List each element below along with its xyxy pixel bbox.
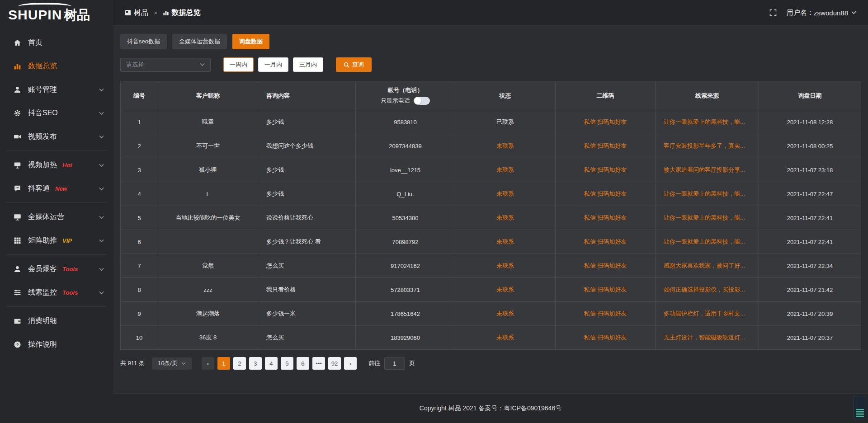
username-label: 用户名： <box>787 9 814 17</box>
page-button-6[interactable]: 6 <box>297 357 309 370</box>
sidebar-item-lead-monitor[interactable]: 线索监控 Tools <box>0 281 113 304</box>
range-quarter-button[interactable]: 三月内 <box>293 57 323 72</box>
sidebar-item-label: 全媒体运营 <box>28 212 64 222</box>
range-week-button[interactable]: 一周内 <box>223 57 254 72</box>
qrcode-link[interactable]: 私信 扫码加好友 <box>584 166 627 173</box>
cell-nickname: 哦章 <box>158 110 258 134</box>
qrcode-link[interactable]: 私信 扫码加好友 <box>584 214 627 221</box>
qrcode-link[interactable]: 私信 扫码加好友 <box>584 238 627 245</box>
page-size-value: 10条/页 <box>158 359 178 367</box>
sidebar-item-video-publish[interactable]: 视频发布 <box>0 125 113 148</box>
sidebar-item-omnimedia[interactable]: 全媒体运营 <box>0 205 113 229</box>
qrcode-link[interactable]: 私信 扫码加好友 <box>584 334 627 341</box>
status-badge: 未联系 <box>496 190 514 197</box>
source-link[interactable]: 如何正确选择投影仪，买投影... <box>664 286 745 293</box>
cell-nickname: 当地比较能吃的一位美女 <box>158 206 258 230</box>
sidebar-item-label: 会员爆客 <box>28 264 57 274</box>
page-button-1[interactable]: 1 <box>217 357 230 370</box>
page-button-4[interactable]: 4 <box>265 357 278 370</box>
sidebar-item-data-overview[interactable]: 数据总览 <box>0 54 113 78</box>
sidebar-item-video-heat[interactable]: 视频加热 Hot <box>0 153 113 177</box>
sidebar-item-matrix-boost[interactable]: 矩阵助推 VIP <box>0 229 113 252</box>
source-link[interactable]: 让你一眼就爱上的黑科技，能... <box>664 214 745 221</box>
sidebar-item-label: 数据总览 <box>28 61 57 71</box>
filter-select[interactable]: 请选择 <box>120 58 211 72</box>
cell-content: 多少钱 <box>258 158 356 182</box>
cell-id: 4 <box>121 182 158 206</box>
tab-douyin-seo-data[interactable]: 抖音seo数据 <box>120 34 167 49</box>
tab-omnimedia-data[interactable]: 全媒体运营数据 <box>172 34 227 49</box>
fullscreen-icon <box>769 9 777 16</box>
source-link[interactable]: 让你一眼就爱上的黑科技，能... <box>664 238 745 245</box>
chevron-down-icon <box>99 236 104 244</box>
breadcrumb-root[interactable]: 树品 <box>134 8 148 18</box>
sidebar-item-label: 操作说明 <box>28 340 57 349</box>
sidebar-item-consumption[interactable]: 消费明细 <box>0 309 113 333</box>
floating-widget[interactable] <box>854 396 866 419</box>
qrcode-link[interactable]: 私信 扫码加好友 <box>584 262 627 269</box>
col-nickname: 客户昵称 <box>158 81 258 110</box>
home-icon <box>14 39 21 47</box>
qrcode-link[interactable]: 私信 扫码加好友 <box>584 118 627 125</box>
qrcode-link[interactable]: 私信 扫码加好友 <box>584 286 627 293</box>
range-month-button[interactable]: 一月内 <box>258 57 288 72</box>
prev-page-button[interactable]: ‹ <box>202 357 214 370</box>
source-link[interactable]: 被大家追着问的客厅投影分享... <box>664 166 745 173</box>
sidebar-item-account-mgmt[interactable]: 账号管理 <box>0 78 113 101</box>
cell-date: 2021-11-07 22:34 <box>759 254 861 278</box>
phone-only-toggle[interactable] <box>414 97 430 105</box>
cell-id: 1 <box>121 110 158 134</box>
col-account: 帐号（电话） 只显示电话 <box>356 81 455 110</box>
cell-date: 2021-11-07 20:37 <box>759 326 861 350</box>
tab-inquiry-data[interactable]: 询盘数据 <box>232 34 269 49</box>
source-link[interactable]: 让你一眼就爱上的黑科技，能... <box>664 190 745 197</box>
col-source: 线索来源 <box>656 81 759 110</box>
tools-badge: Tools <box>62 289 78 296</box>
source-link[interactable]: 让你一眼就爱上的黑科技，能... <box>664 118 745 125</box>
more-pages-button[interactable]: ••• <box>312 357 325 370</box>
logo: SHUPIN树品 <box>0 0 113 28</box>
sidebar-item-doketong[interactable]: 抖客通 New <box>0 177 113 200</box>
data-tabs: 抖音seo数据 全媒体运营数据 询盘数据 <box>120 34 861 49</box>
qrcode-link[interactable]: 私信 扫码加好友 <box>584 190 627 197</box>
goto-page-input[interactable] <box>384 357 405 370</box>
chevron-down-icon <box>200 63 205 66</box>
next-page-button[interactable]: › <box>344 357 357 370</box>
cell-account: 572803371 <box>356 278 455 302</box>
sidebar-item-member-burst[interactable]: 会员爆客 Tools <box>0 257 113 281</box>
source-link[interactable]: 多功能护栏灯，适用于乡村文... <box>664 310 745 317</box>
page-size-select[interactable]: 10条/页 <box>152 357 192 370</box>
page-button-92[interactable]: 92 <box>328 357 341 370</box>
sidebar-item-douyin-seo[interactable]: 抖音SEO <box>0 101 113 125</box>
table-row: 4 L 多少钱 Q_Liu. 未联系 私信 扫码加好友 让你一眼就爱上的黑科技，… <box>121 182 861 206</box>
vip-badge: VIP <box>62 237 72 244</box>
fullscreen-button[interactable] <box>769 9 777 16</box>
page-button-5[interactable]: 5 <box>281 357 293 370</box>
wallet-icon <box>14 317 21 325</box>
cell-account: 183929060 <box>356 326 455 350</box>
cell-date: 2021-11-07 23:18 <box>759 158 861 182</box>
user-dropdown[interactable]: 用户名： zswodun88 <box>787 9 856 17</box>
qrcode-link[interactable]: 私信 扫码加好友 <box>584 310 627 317</box>
page-button-2[interactable]: 2 <box>233 357 246 370</box>
source-link[interactable]: 感谢大家喜欢我家，被问了好... <box>664 262 745 269</box>
source-link[interactable]: 客厅安装投影半年多了，真实... <box>664 142 745 149</box>
search-button[interactable]: 查询 <box>336 57 372 72</box>
cell-date: 2021-11-07 20:39 <box>759 302 861 326</box>
sidebar-item-instructions[interactable]: ? 操作说明 <box>0 333 113 356</box>
qrcode-link[interactable]: 私信 扫码加好友 <box>584 142 627 149</box>
cell-id: 10 <box>121 326 158 350</box>
cell-id: 5 <box>121 206 158 230</box>
sidebar-item-home[interactable]: 首页 <box>0 31 113 54</box>
source-link[interactable]: 无主灯设计，智能磁吸轨道灯... <box>664 334 745 341</box>
user-icon <box>14 86 21 94</box>
cell-content: 怎么买 <box>258 254 356 278</box>
gear-icon <box>14 109 21 117</box>
goto-label: 前往 <box>368 359 380 367</box>
col-date: 询盘日期 <box>759 81 861 110</box>
page-button-3[interactable]: 3 <box>249 357 262 370</box>
filter-select-placeholder: 请选择 <box>126 61 144 69</box>
breadcrumb-separator: > <box>154 9 157 16</box>
sidebar-menu: 首页 数据总览 账号管理 抖音SEO 视频发布 <box>0 31 113 356</box>
cell-date: 2021-11-07 21:42 <box>759 278 861 302</box>
